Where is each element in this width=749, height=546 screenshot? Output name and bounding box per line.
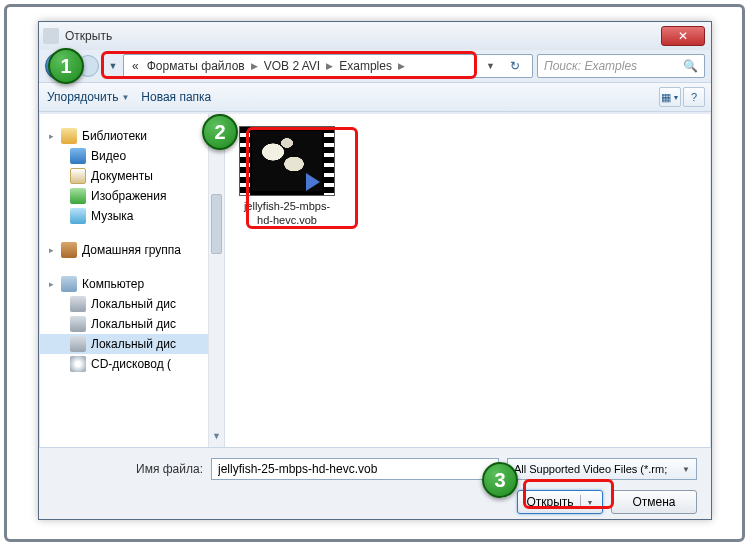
cancel-label: Отмена [632,495,675,509]
tree-scrollbar[interactable]: ▲ ▼ [208,114,224,447]
annotation-badge-1: 1 [48,48,84,84]
tree-label: Музыка [91,209,133,223]
file-thumbnail [239,126,335,196]
titlebar: Открыть ✕ [39,22,711,50]
chevron-down-icon: ▼ [121,93,129,102]
tree-label: CD-дисковод ( [91,357,171,371]
homegroup-icon [61,242,77,258]
breadcrumb-bar[interactable]: « Форматы файлов ▶ VOB 2 AVI ▶ Examples … [123,54,533,78]
scroll-thumb[interactable] [211,194,222,254]
filename-input[interactable] [211,458,499,480]
play-overlay-icon [306,173,320,191]
annotation-badge-3: 3 [482,462,518,498]
filetype-filter[interactable]: All Supported Video Files (*.rm; ▼ [507,458,697,480]
libraries-icon [61,128,77,144]
tree-homegroup[interactable]: ▸ Домашняя группа [40,240,224,260]
filename-row: Имя файла: All Supported Video Files (*.… [53,458,697,480]
view-mode-button[interactable]: ▦▼ [659,87,681,107]
breadcrumb-item[interactable]: Форматы файлов [145,59,247,73]
tree-label: Документы [91,169,153,183]
chevron-down-icon: ▼ [682,465,690,474]
chevron-right-icon: ▶ [398,61,405,71]
tree-music[interactable]: Музыка [40,206,224,226]
open-button[interactable]: Открыть ▼ [517,490,603,514]
organize-button[interactable]: Упорядочить ▼ [47,90,129,104]
file-name: jellyfish-25-mbps-hd-hevc.vob [237,200,337,228]
tree-label: Домашняя группа [82,243,181,257]
scroll-down-icon[interactable]: ▼ [209,431,224,447]
search-icon: 🔍 [683,59,698,73]
new-folder-button[interactable]: Новая папка [141,90,211,104]
cancel-button[interactable]: Отмена [611,490,697,514]
chevron-down-icon: ▼ [587,499,594,506]
nav-tree: ▸ Библиотеки Видео Документы Изображения… [40,114,225,447]
hdd-icon [70,316,86,332]
tree-label: Локальный дис [91,297,176,311]
tree-computer[interactable]: ▸ Компьютер [40,274,224,294]
search-input[interactable]: Поиск: Examples 🔍 [537,54,705,78]
breadcrumb-item[interactable]: VOB 2 AVI [262,59,322,73]
cd-icon [70,356,86,372]
tree-disk[interactable]: Локальный дис [40,314,224,334]
toolbar-right: ▦▼ ? [659,87,705,107]
documents-icon [70,168,86,184]
tree-images[interactable]: Изображения [40,186,224,206]
breadcrumb-root[interactable]: « [130,59,141,73]
new-folder-label: Новая папка [141,90,211,104]
file-item[interactable]: jellyfish-25-mbps-hd-hevc.vob [237,126,337,228]
tree-label: Компьютер [82,277,144,291]
tree-disk[interactable]: Локальный дис [40,294,224,314]
filter-label: All Supported Video Files (*.rm; [514,463,667,475]
nav-row: ▼ « Форматы файлов ▶ VOB 2 AVI ▶ Example… [39,50,711,82]
tree-label: Библиотеки [82,129,147,143]
breadcrumb-item[interactable]: Examples [337,59,394,73]
hdd-icon [70,296,86,312]
tree-documents[interactable]: Документы [40,166,224,186]
refresh-icon[interactable]: ↻ [504,54,526,78]
chevron-right-icon: ▶ [251,61,258,71]
expand-icon[interactable]: ▸ [46,245,56,255]
help-button[interactable]: ? [683,87,705,107]
filename-label: Имя файла: [53,462,203,476]
tree-label: Видео [91,149,126,163]
search-placeholder: Поиск: Examples [544,59,637,73]
open-label: Открыть [526,495,573,509]
breadcrumb-dropdown[interactable]: ▼ [486,61,500,71]
tree-label: Локальный дис [91,317,176,331]
window-title: Открыть [65,29,112,43]
nav-history-dropdown[interactable]: ▼ [107,55,119,77]
chevron-right-icon: ▶ [326,61,333,71]
images-icon [70,188,86,204]
tree-libraries[interactable]: ▸ Библиотеки [40,126,224,146]
computer-icon [61,276,77,292]
tree-cd[interactable]: CD-дисковод ( [40,354,224,374]
tree-video[interactable]: Видео [40,146,224,166]
button-row: Открыть ▼ Отмена [53,490,697,514]
toolbar: Упорядочить ▼ Новая папка ▦▼ ? [39,82,711,112]
hdd-icon [70,336,86,352]
app-icon [43,28,59,44]
organize-label: Упорядочить [47,90,118,104]
file-list[interactable]: jellyfish-25-mbps-hd-hevc.vob [225,114,710,447]
annotation-badge-2: 2 [202,114,238,150]
tree-disk-selected[interactable]: Локальный дис [40,334,224,354]
body-area: ▸ Библиотеки Видео Документы Изображения… [40,114,710,447]
open-file-dialog: Открыть ✕ ▼ « Форматы файлов ▶ VOB 2 AVI… [38,21,712,520]
video-icon [70,148,86,164]
music-icon [70,208,86,224]
expand-icon[interactable]: ▸ [46,131,56,141]
bottom-panel: Имя файла: All Supported Video Files (*.… [39,447,711,519]
tree-label: Локальный дис [91,337,176,351]
tree-label: Изображения [91,189,166,203]
expand-icon[interactable]: ▸ [46,279,56,289]
close-button[interactable]: ✕ [661,26,705,46]
